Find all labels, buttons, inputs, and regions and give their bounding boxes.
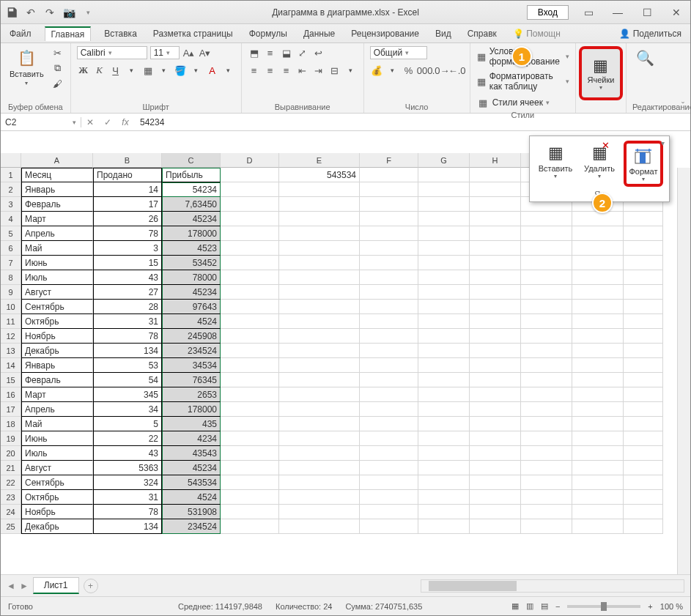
cell-J20[interactable]: [572, 446, 624, 461]
cell-K24[interactable]: [624, 505, 663, 519]
cell-E21[interactable]: [279, 461, 360, 475]
save-icon[interactable]: [5, 6, 18, 19]
cell-A20[interactable]: Июль: [21, 446, 93, 461]
row-header-23[interactable]: 23: [1, 490, 21, 505]
cell-F20[interactable]: [360, 446, 418, 461]
cell-B5[interactable]: 78: [93, 226, 162, 241]
cell-B9[interactable]: 27: [93, 285, 162, 300]
cell-A23[interactable]: Октябрь: [21, 490, 93, 505]
row-header-17[interactable]: 17: [1, 402, 21, 417]
cell-H6[interactable]: [470, 241, 521, 256]
conditional-formatting-icon[interactable]: ▦: [476, 50, 487, 63]
format-as-table-icon[interactable]: ▦: [476, 75, 487, 88]
cell-B14[interactable]: 53: [93, 358, 162, 373]
decrease-indent-icon[interactable]: ⇤: [296, 64, 309, 77]
sheet-nav-prev-icon[interactable]: ◄: [7, 581, 15, 591]
cell-H10[interactable]: [470, 300, 521, 314]
cell-E11[interactable]: [279, 314, 360, 329]
cell-F23[interactable]: [360, 490, 418, 505]
cell-J19[interactable]: [572, 431, 624, 446]
cell-J18[interactable]: [572, 417, 624, 431]
cell-styles-button[interactable]: Стили ячеек: [492, 97, 543, 108]
cell-J15[interactable]: [572, 373, 624, 387]
cell-H12[interactable]: [470, 329, 521, 344]
cell-I10[interactable]: [521, 300, 572, 314]
cell-E18[interactable]: [279, 417, 360, 431]
cell-G13[interactable]: [418, 344, 470, 358]
cell-F19[interactable]: [360, 431, 418, 446]
cell-F22[interactable]: [360, 475, 418, 490]
row-header-16[interactable]: 16: [1, 387, 21, 402]
cell-A19[interactable]: Июнь: [21, 431, 93, 446]
cell-G19[interactable]: [418, 431, 470, 446]
cell-I24[interactable]: [521, 505, 572, 519]
cell-D9[interactable]: [221, 285, 279, 300]
border-dd-icon[interactable]: ▾: [158, 64, 171, 77]
view-pagelayout-icon[interactable]: ▥: [526, 601, 533, 611]
cell-I20[interactable]: [521, 446, 572, 461]
comma-icon[interactable]: 000: [418, 64, 432, 77]
cell-H2[interactable]: [470, 182, 521, 197]
cell-F7[interactable]: [360, 256, 418, 270]
font-color-icon[interactable]: A: [206, 64, 219, 77]
cells-format-button[interactable]: Формат ▾: [624, 141, 663, 187]
cell-J14[interactable]: [572, 358, 624, 373]
cell-K17[interactable]: [624, 402, 663, 417]
cell-J4[interactable]: [572, 212, 624, 226]
cell-I8[interactable]: [521, 270, 572, 285]
cell-D17[interactable]: [221, 402, 279, 417]
cell-B8[interactable]: 43: [93, 270, 162, 285]
cell-H17[interactable]: [470, 402, 521, 417]
cell-B2[interactable]: 14: [93, 182, 162, 197]
cell-E19[interactable]: [279, 431, 360, 446]
wrap-text-icon[interactable]: ↩: [312, 46, 325, 59]
cell-C22[interactable]: 543534: [162, 475, 221, 490]
cell-G4[interactable]: [418, 212, 470, 226]
percent-icon[interactable]: %: [402, 64, 415, 77]
cell-D8[interactable]: [221, 270, 279, 285]
cell-A1[interactable]: Месяц: [21, 168, 93, 182]
cell-E14[interactable]: [279, 358, 360, 373]
cell-G2[interactable]: [418, 182, 470, 197]
cell-A5[interactable]: Апрель: [21, 226, 93, 241]
cell-E9[interactable]: [279, 285, 360, 300]
column-header-G[interactable]: G: [418, 153, 470, 168]
cell-B4[interactable]: 26: [93, 212, 162, 226]
number-format-combo[interactable]: Общий▾: [370, 46, 427, 59]
cell-G24[interactable]: [418, 505, 470, 519]
cell-H23[interactable]: [470, 490, 521, 505]
cell-D4[interactable]: [221, 212, 279, 226]
row-header-10[interactable]: 10: [1, 300, 21, 314]
cell-H8[interactable]: [470, 270, 521, 285]
cell-D20[interactable]: [221, 446, 279, 461]
cell-F1[interactable]: [360, 168, 418, 182]
tab-formulas[interactable]: Формулы: [246, 26, 290, 42]
zoom-level[interactable]: 100 %: [660, 602, 683, 611]
maximize-icon[interactable]: ☐: [638, 7, 657, 18]
cell-J22[interactable]: [572, 475, 624, 490]
cell-H1[interactable]: [470, 168, 521, 182]
cell-J10[interactable]: [572, 300, 624, 314]
cell-I5[interactable]: [521, 226, 572, 241]
cell-D13[interactable]: [221, 344, 279, 358]
cell-E22[interactable]: [279, 475, 360, 490]
cell-C16[interactable]: 2653: [162, 387, 221, 402]
cell-G20[interactable]: [418, 446, 470, 461]
cell-B22[interactable]: 324: [93, 475, 162, 490]
cell-A22[interactable]: Сентябрь: [21, 475, 93, 490]
cell-H24[interactable]: [470, 505, 521, 519]
cell-C25[interactable]: 234524: [162, 519, 221, 534]
border-icon[interactable]: ▦: [141, 64, 155, 77]
cell-I12[interactable]: [521, 329, 572, 344]
enter-formula-icon[interactable]: ✓: [99, 117, 117, 127]
row-header-14[interactable]: 14: [1, 358, 21, 373]
cell-B19[interactable]: 22: [93, 431, 162, 446]
cell-A7[interactable]: Июнь: [21, 256, 93, 270]
cell-I25[interactable]: [521, 519, 572, 534]
cell-H11[interactable]: [470, 314, 521, 329]
cell-G11[interactable]: [418, 314, 470, 329]
cell-C24[interactable]: 531908: [162, 505, 221, 519]
cell-D15[interactable]: [221, 373, 279, 387]
cell-C9[interactable]: 45234: [162, 285, 221, 300]
cell-A14[interactable]: Январь: [21, 358, 93, 373]
